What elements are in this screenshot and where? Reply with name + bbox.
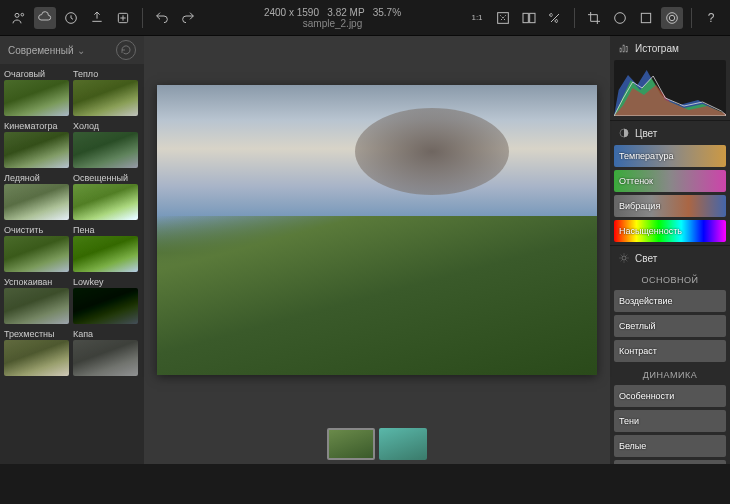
separator (691, 8, 692, 28)
preset-item[interactable]: Очаговый (4, 68, 69, 116)
square-icon[interactable] (635, 7, 657, 29)
preset-thumb (73, 288, 138, 324)
preset-label: Тепло (73, 68, 138, 80)
preset-thumb (4, 132, 69, 168)
preset-thumb (4, 80, 69, 116)
export-icon[interactable] (86, 7, 108, 29)
vibrance-slider[interactable]: Вибрация (614, 195, 726, 217)
preset-label: Пена (73, 224, 138, 236)
main-image (157, 85, 597, 375)
filmstrip-thumb[interactable] (327, 428, 375, 460)
circle-icon[interactable] (609, 7, 631, 29)
main-area: Современный⌄ ОчаговыйТеплоКинематограХол… (0, 36, 730, 464)
preset-label: Холод (73, 120, 138, 132)
svg-point-0 (15, 13, 19, 17)
lens-icon[interactable] (661, 7, 683, 29)
history-icon[interactable] (60, 7, 82, 29)
separator (574, 8, 575, 28)
crop-icon[interactable] (583, 7, 605, 29)
preset-thumb (4, 184, 69, 220)
preset-thumb (73, 236, 138, 272)
svg-point-7 (615, 12, 626, 23)
preset-thumb (73, 80, 138, 116)
preset-item[interactable]: Капа (73, 328, 138, 376)
svg-point-1 (21, 13, 24, 16)
filmstrip (327, 428, 427, 460)
color-section-header[interactable]: Цвет (610, 121, 730, 145)
preset-thumb (4, 288, 69, 324)
canvas-area[interactable] (144, 36, 610, 464)
expand-icon[interactable] (492, 7, 514, 29)
fit-icon[interactable]: 1:1 (466, 7, 488, 29)
preset-label: Трехместны (4, 328, 69, 340)
users-icon[interactable] (8, 7, 30, 29)
light-section-header[interactable]: Свет (610, 246, 730, 270)
bottom-bar (0, 464, 730, 504)
preset-label: Ледяной (4, 172, 69, 184)
preset-label: Кинематогра (4, 120, 69, 132)
svg-rect-12 (623, 45, 625, 52)
svg-rect-13 (626, 47, 628, 53)
preset-category-selector[interactable]: Современный⌄ (0, 36, 144, 64)
preset-thumb (73, 132, 138, 168)
preset-thumb (73, 184, 138, 220)
undo-icon[interactable] (151, 7, 173, 29)
svg-rect-5 (523, 13, 528, 22)
percent-icon[interactable] (544, 7, 566, 29)
exposure-slider[interactable]: Воздействие (614, 290, 726, 312)
svg-rect-8 (641, 13, 650, 22)
saturation-slider[interactable]: Насыщенность (614, 220, 726, 242)
preset-item[interactable]: Пена (73, 224, 138, 272)
presets-panel: Современный⌄ ОчаговыйТеплоКинематограХол… (0, 36, 144, 464)
preset-reset-icon[interactable] (116, 40, 136, 60)
histogram-header[interactable]: Истограм (610, 36, 730, 60)
preset-item[interactable]: Холод (73, 120, 138, 168)
compare-icon[interactable] (518, 7, 540, 29)
help-icon[interactable]: ? (700, 7, 722, 29)
preset-thumb (4, 236, 69, 272)
preset-item[interactable]: Кинематогра (4, 120, 69, 168)
temperature-slider[interactable]: Температура (614, 145, 726, 167)
whites-slider[interactable]: Белые (614, 435, 726, 457)
svg-point-10 (669, 15, 674, 20)
preset-item[interactable]: Ледяной (4, 172, 69, 220)
cloud-icon[interactable] (34, 7, 56, 29)
preset-label: Освещенный (73, 172, 138, 184)
preset-label: Lowkey (73, 276, 138, 288)
preset-item[interactable]: Очистить (4, 224, 69, 272)
tint-slider[interactable]: Оттенок (614, 170, 726, 192)
preset-thumb (4, 340, 69, 376)
preset-label: Капа (73, 328, 138, 340)
image-info: 2400 x 1590 3.82 MP 35.7% sample_2.jpg (203, 7, 462, 29)
redo-icon[interactable] (177, 7, 199, 29)
share-icon[interactable] (112, 7, 134, 29)
preset-item[interactable]: Lowkey (73, 276, 138, 324)
highlights-slider[interactable]: Особенности (614, 385, 726, 407)
svg-rect-6 (530, 13, 535, 22)
preset-item[interactable]: Освещенный (73, 172, 138, 220)
preset-thumb (73, 340, 138, 376)
brightness-slider[interactable]: Светлый (614, 315, 726, 337)
adjustments-panel: Истограм Цвет Температура Оттенок Вибрац… (610, 36, 730, 464)
histogram (614, 60, 726, 116)
shadows-slider[interactable]: Тени (614, 410, 726, 432)
preset-label: Успокаиван (4, 276, 69, 288)
preset-item[interactable]: Тепло (73, 68, 138, 116)
group-dynamics-label: ДИНАМИКА (610, 365, 730, 385)
filmstrip-thumb[interactable] (379, 428, 427, 460)
topbar: 2400 x 1590 3.82 MP 35.7% sample_2.jpg 1… (0, 0, 730, 36)
separator (142, 8, 143, 28)
preset-label: Очистить (4, 224, 69, 236)
blacks-slider[interactable]: Черные (614, 460, 726, 464)
contrast-slider[interactable]: Контраст (614, 340, 726, 362)
preset-label: Очаговый (4, 68, 69, 80)
svg-rect-11 (620, 48, 622, 52)
group-main-label: ОСНОВНОЙ (610, 270, 730, 290)
preset-grid: ОчаговыйТеплоКинематограХолодЛедянойОсве… (0, 64, 144, 384)
preset-item[interactable]: Трехместны (4, 328, 69, 376)
preset-item[interactable]: Успокаиван (4, 276, 69, 324)
svg-point-15 (622, 256, 626, 260)
